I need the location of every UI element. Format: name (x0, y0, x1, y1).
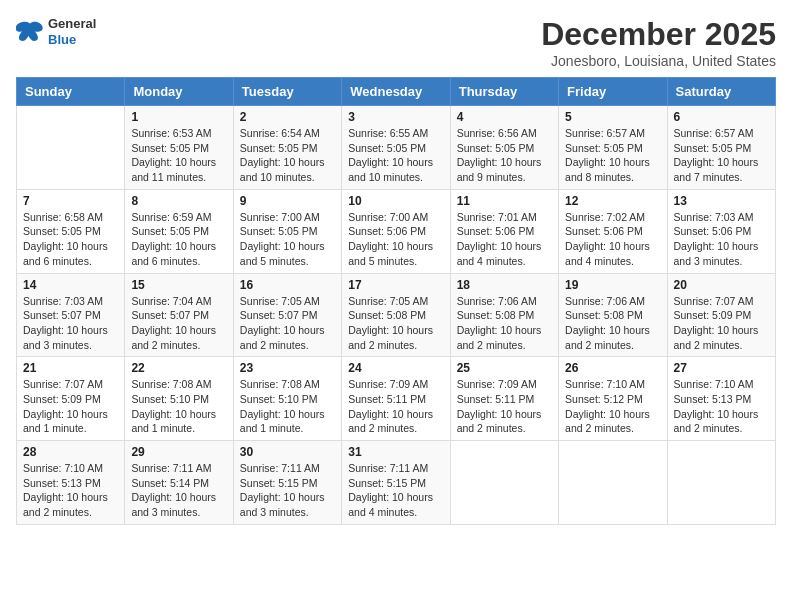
day-number: 24 (348, 361, 443, 375)
week-row-2: 7Sunrise: 6:58 AM Sunset: 5:05 PM Daylig… (17, 189, 776, 273)
column-header-friday: Friday (559, 78, 667, 106)
day-info: Sunrise: 6:55 AM Sunset: 5:05 PM Dayligh… (348, 126, 443, 185)
day-info: Sunrise: 7:10 AM Sunset: 5:12 PM Dayligh… (565, 377, 660, 436)
day-info: Sunrise: 7:10 AM Sunset: 5:13 PM Dayligh… (674, 377, 769, 436)
day-info: Sunrise: 7:06 AM Sunset: 5:08 PM Dayligh… (565, 294, 660, 353)
day-info: Sunrise: 6:53 AM Sunset: 5:05 PM Dayligh… (131, 126, 226, 185)
day-cell: 31Sunrise: 7:11 AM Sunset: 5:15 PM Dayli… (342, 441, 450, 525)
header-row: SundayMondayTuesdayWednesdayThursdayFrid… (17, 78, 776, 106)
week-row-1: 1Sunrise: 6:53 AM Sunset: 5:05 PM Daylig… (17, 106, 776, 190)
day-cell: 26Sunrise: 7:10 AM Sunset: 5:12 PM Dayli… (559, 357, 667, 441)
day-info: Sunrise: 7:03 AM Sunset: 5:06 PM Dayligh… (674, 210, 769, 269)
day-number: 31 (348, 445, 443, 459)
day-cell: 9Sunrise: 7:00 AM Sunset: 5:05 PM Daylig… (233, 189, 341, 273)
location-title: Jonesboro, Louisiana, United States (541, 53, 776, 69)
column-header-thursday: Thursday (450, 78, 558, 106)
day-cell: 19Sunrise: 7:06 AM Sunset: 5:08 PM Dayli… (559, 273, 667, 357)
day-number: 28 (23, 445, 118, 459)
day-number: 7 (23, 194, 118, 208)
day-cell: 16Sunrise: 7:05 AM Sunset: 5:07 PM Dayli… (233, 273, 341, 357)
day-number: 14 (23, 278, 118, 292)
day-cell: 23Sunrise: 7:08 AM Sunset: 5:10 PM Dayli… (233, 357, 341, 441)
day-info: Sunrise: 7:05 AM Sunset: 5:08 PM Dayligh… (348, 294, 443, 353)
logo-text: General Blue (48, 16, 96, 47)
day-number: 8 (131, 194, 226, 208)
day-number: 11 (457, 194, 552, 208)
day-info: Sunrise: 7:03 AM Sunset: 5:07 PM Dayligh… (23, 294, 118, 353)
day-cell: 7Sunrise: 6:58 AM Sunset: 5:05 PM Daylig… (17, 189, 125, 273)
month-title: December 2025 (541, 16, 776, 53)
day-cell: 10Sunrise: 7:00 AM Sunset: 5:06 PM Dayli… (342, 189, 450, 273)
day-number: 2 (240, 110, 335, 124)
day-number: 19 (565, 278, 660, 292)
day-number: 10 (348, 194, 443, 208)
day-info: Sunrise: 7:09 AM Sunset: 5:11 PM Dayligh… (457, 377, 552, 436)
day-number: 23 (240, 361, 335, 375)
day-info: Sunrise: 6:59 AM Sunset: 5:05 PM Dayligh… (131, 210, 226, 269)
column-header-wednesday: Wednesday (342, 78, 450, 106)
day-number: 26 (565, 361, 660, 375)
day-info: Sunrise: 7:07 AM Sunset: 5:09 PM Dayligh… (23, 377, 118, 436)
day-cell: 22Sunrise: 7:08 AM Sunset: 5:10 PM Dayli… (125, 357, 233, 441)
day-info: Sunrise: 7:06 AM Sunset: 5:08 PM Dayligh… (457, 294, 552, 353)
day-cell (450, 441, 558, 525)
week-row-4: 21Sunrise: 7:07 AM Sunset: 5:09 PM Dayli… (17, 357, 776, 441)
title-area: December 2025 Jonesboro, Louisiana, Unit… (541, 16, 776, 69)
day-cell (667, 441, 775, 525)
day-cell: 29Sunrise: 7:11 AM Sunset: 5:14 PM Dayli… (125, 441, 233, 525)
day-cell: 4Sunrise: 6:56 AM Sunset: 5:05 PM Daylig… (450, 106, 558, 190)
day-info: Sunrise: 7:02 AM Sunset: 5:06 PM Dayligh… (565, 210, 660, 269)
logo-icon (16, 20, 44, 44)
day-cell: 15Sunrise: 7:04 AM Sunset: 5:07 PM Dayli… (125, 273, 233, 357)
day-info: Sunrise: 7:01 AM Sunset: 5:06 PM Dayligh… (457, 210, 552, 269)
day-info: Sunrise: 7:08 AM Sunset: 5:10 PM Dayligh… (240, 377, 335, 436)
day-info: Sunrise: 7:00 AM Sunset: 5:05 PM Dayligh… (240, 210, 335, 269)
day-info: Sunrise: 7:04 AM Sunset: 5:07 PM Dayligh… (131, 294, 226, 353)
day-number: 4 (457, 110, 552, 124)
day-cell: 17Sunrise: 7:05 AM Sunset: 5:08 PM Dayli… (342, 273, 450, 357)
column-header-tuesday: Tuesday (233, 78, 341, 106)
day-number: 15 (131, 278, 226, 292)
day-info: Sunrise: 6:57 AM Sunset: 5:05 PM Dayligh… (674, 126, 769, 185)
day-number: 13 (674, 194, 769, 208)
day-number: 9 (240, 194, 335, 208)
day-cell: 1Sunrise: 6:53 AM Sunset: 5:05 PM Daylig… (125, 106, 233, 190)
day-cell: 28Sunrise: 7:10 AM Sunset: 5:13 PM Dayli… (17, 441, 125, 525)
day-cell: 2Sunrise: 6:54 AM Sunset: 5:05 PM Daylig… (233, 106, 341, 190)
day-number: 30 (240, 445, 335, 459)
day-number: 12 (565, 194, 660, 208)
logo: General Blue (16, 16, 96, 47)
day-cell: 27Sunrise: 7:10 AM Sunset: 5:13 PM Dayli… (667, 357, 775, 441)
day-cell: 6Sunrise: 6:57 AM Sunset: 5:05 PM Daylig… (667, 106, 775, 190)
day-cell: 20Sunrise: 7:07 AM Sunset: 5:09 PM Dayli… (667, 273, 775, 357)
column-header-sunday: Sunday (17, 78, 125, 106)
day-info: Sunrise: 7:08 AM Sunset: 5:10 PM Dayligh… (131, 377, 226, 436)
day-cell: 3Sunrise: 6:55 AM Sunset: 5:05 PM Daylig… (342, 106, 450, 190)
day-number: 3 (348, 110, 443, 124)
day-info: Sunrise: 7:00 AM Sunset: 5:06 PM Dayligh… (348, 210, 443, 269)
week-row-5: 28Sunrise: 7:10 AM Sunset: 5:13 PM Dayli… (17, 441, 776, 525)
day-cell: 30Sunrise: 7:11 AM Sunset: 5:15 PM Dayli… (233, 441, 341, 525)
day-cell: 13Sunrise: 7:03 AM Sunset: 5:06 PM Dayli… (667, 189, 775, 273)
day-info: Sunrise: 6:56 AM Sunset: 5:05 PM Dayligh… (457, 126, 552, 185)
day-number: 25 (457, 361, 552, 375)
day-cell: 21Sunrise: 7:07 AM Sunset: 5:09 PM Dayli… (17, 357, 125, 441)
day-info: Sunrise: 7:11 AM Sunset: 5:14 PM Dayligh… (131, 461, 226, 520)
day-cell: 24Sunrise: 7:09 AM Sunset: 5:11 PM Dayli… (342, 357, 450, 441)
day-info: Sunrise: 7:07 AM Sunset: 5:09 PM Dayligh… (674, 294, 769, 353)
day-cell: 25Sunrise: 7:09 AM Sunset: 5:11 PM Dayli… (450, 357, 558, 441)
day-info: Sunrise: 7:11 AM Sunset: 5:15 PM Dayligh… (240, 461, 335, 520)
day-number: 6 (674, 110, 769, 124)
day-number: 29 (131, 445, 226, 459)
day-info: Sunrise: 6:57 AM Sunset: 5:05 PM Dayligh… (565, 126, 660, 185)
day-number: 22 (131, 361, 226, 375)
day-cell: 12Sunrise: 7:02 AM Sunset: 5:06 PM Dayli… (559, 189, 667, 273)
day-cell (559, 441, 667, 525)
day-cell: 14Sunrise: 7:03 AM Sunset: 5:07 PM Dayli… (17, 273, 125, 357)
day-number: 18 (457, 278, 552, 292)
day-info: Sunrise: 7:09 AM Sunset: 5:11 PM Dayligh… (348, 377, 443, 436)
day-number: 20 (674, 278, 769, 292)
calendar-table: SundayMondayTuesdayWednesdayThursdayFrid… (16, 77, 776, 525)
day-number: 17 (348, 278, 443, 292)
page-header: General Blue December 2025 Jonesboro, Lo… (16, 16, 776, 69)
